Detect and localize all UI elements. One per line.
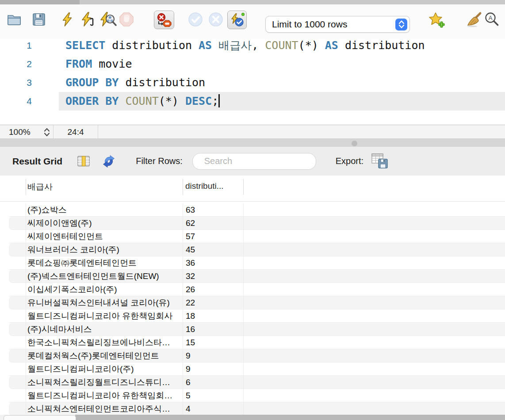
sql-editor-toolbar: Limit to 1000 rows: [0, 4, 505, 39]
code-line[interactable]: 1SELECT distribution AS 배급사, COUNT(*) AS…: [0, 39, 505, 55]
cell-count: 15: [186, 336, 195, 349]
table-row[interactable]: 씨제이이앤엠(주)62: [9, 217, 505, 230]
new-snippet-icon[interactable]: [428, 11, 446, 28]
svg-text:A: A: [489, 15, 493, 21]
grid-columns-icon[interactable]: [77, 155, 90, 167]
column-divider: [26, 217, 26, 230]
cell-distributor: 롯데컬처웍스(주)롯데엔터테인먼트: [27, 349, 181, 362]
column-header-distributor[interactable]: 배급사: [27, 181, 53, 193]
pane-splitter[interactable]: [0, 138, 505, 147]
filter-search-box[interactable]: [192, 153, 316, 170]
code-line[interactable]: 2FROM movie: [0, 55, 505, 73]
dropdown-stepper-icon: [395, 19, 407, 31]
cell-count: 9: [186, 349, 191, 362]
column-header-count[interactable]: distributi...: [185, 181, 224, 191]
cell-distributor: 한국소니픽쳐스릴리징브에나비스타…: [27, 336, 181, 349]
code-line[interactable]: 3GROUP BY distribution: [0, 73, 505, 92]
open-script-icon[interactable]: [6, 11, 22, 27]
table-row[interactable]: 월트디즈니컴퍼니코리아(주)9: [9, 363, 505, 376]
column-divider: [183, 203, 183, 217]
column-divider: [183, 296, 183, 309]
result-grid-title: Result Grid: [12, 156, 62, 167]
table-row[interactable]: 월트디즈니컴퍼니코리아 유한책임회…5: [9, 389, 505, 402]
column-divider: [26, 336, 26, 349]
cell-count: 4: [186, 402, 191, 415]
table-row[interactable]: 롯데컬처웍스(주)롯데엔터테인먼트9: [9, 349, 505, 363]
export-icon[interactable]: [371, 153, 389, 169]
refresh-icon[interactable]: [102, 155, 115, 168]
splitter-handle-icon[interactable]: [352, 141, 357, 146]
execute-current-icon[interactable]: [80, 11, 96, 27]
column-divider: [183, 283, 183, 296]
column-divider: [243, 270, 244, 283]
code-text: ORDER BY COUNT(*) DESC;: [65, 95, 220, 107]
cell-distributor: 이십세기폭스코리아(주): [27, 283, 181, 296]
line-number: 1: [0, 39, 32, 55]
column-divider: [243, 217, 244, 230]
cell-count: 62: [186, 217, 195, 229]
cell-distributor: 월트디즈니컴퍼니코리아 유한책임회사: [27, 309, 181, 322]
table-row[interactable]: 이십세기폭스코리아(주)26: [9, 283, 505, 296]
column-divider: [26, 402, 26, 415]
cursor-position: 24:4: [54, 127, 98, 137]
line-number: 3: [0, 73, 32, 92]
table-row[interactable]: (주)넥스트엔터테인먼트월드(NEW)32: [9, 270, 505, 283]
column-divider: [26, 363, 26, 376]
export-label: Export:: [336, 156, 363, 166]
table-row[interactable]: 유니버설픽쳐스인터내셔널 코리아(유)22: [9, 296, 505, 309]
column-divider: [243, 256, 244, 270]
column-divider: [26, 376, 26, 389]
beautify-icon[interactable]: [465, 11, 483, 28]
cell-distributor: 월트디즈니컴퍼니코리아 유한책임회…: [27, 389, 181, 402]
cell-distributor: (주)쇼박스: [27, 203, 181, 216]
find-icon[interactable]: A: [484, 11, 501, 28]
column-divider: [183, 376, 183, 389]
commit-icon: [187, 11, 203, 27]
table-row[interactable]: 롯데쇼핑㈜롯데엔터테인먼트36: [9, 256, 505, 270]
cell-count: 22: [186, 296, 195, 309]
column-divider: [183, 389, 183, 402]
column-divider: [26, 203, 26, 217]
column-divider: [26, 230, 26, 243]
table-row[interactable]: 워너브러더스 코리아(주)45: [9, 243, 505, 256]
cell-count: 57: [186, 230, 195, 243]
code-text: SELECT distribution AS 배급사, COUNT(*) AS …: [65, 39, 425, 52]
column-divider: [26, 349, 26, 363]
header-divider[interactable]: [183, 179, 183, 195]
save-script-icon[interactable]: [31, 11, 47, 27]
column-divider: [26, 323, 26, 336]
column-divider: [183, 256, 183, 270]
autocommit-icon[interactable]: [227, 11, 247, 29]
text-caret: [218, 94, 220, 107]
cell-distributor: (주)시네마서비스: [27, 323, 181, 336]
table-row[interactable]: (주)시네마서비스16: [9, 323, 505, 336]
header-divider[interactable]: [243, 179, 244, 195]
cell-distributor: 롯데쇼핑㈜롯데엔터테인먼트: [27, 256, 181, 269]
column-divider: [183, 323, 183, 336]
stop-on-error-icon[interactable]: [154, 11, 174, 29]
column-divider: [183, 217, 183, 230]
table-row[interactable]: 씨제이엔터테인먼트57: [9, 230, 505, 243]
table-row[interactable]: 소니픽쳐스엔터테인먼트코리아주식…4: [9, 402, 505, 415]
result-tab[interactable]: Result Grid: [4, 415, 76, 420]
cell-distributor: 씨제이엔터테인먼트: [27, 230, 181, 243]
search-input[interactable]: [203, 156, 322, 167]
execute-icon[interactable]: [60, 11, 74, 27]
column-divider: [26, 309, 26, 323]
zoom-stepper-icon[interactable]: [43, 127, 51, 137]
table-row[interactable]: 월트디즈니컴퍼니코리아 유한책임회사18: [9, 309, 505, 323]
code-line[interactable]: 4ORDER BY COUNT(*) DESC;: [0, 92, 505, 111]
table-row[interactable]: (주)쇼박스63: [9, 203, 505, 217]
table-row[interactable]: 한국소니픽쳐스릴리징브에나비스타…15: [9, 336, 505, 349]
column-divider: [26, 283, 26, 296]
column-divider: [243, 243, 244, 256]
limit-rows-dropdown[interactable]: Limit to 1000 rows: [265, 16, 410, 33]
table-row[interactable]: 소니픽쳐스릴리징월트디즈니스튜디…6: [9, 376, 505, 389]
cell-count: 63: [186, 203, 195, 216]
column-divider: [243, 376, 244, 389]
column-divider: [26, 270, 26, 283]
explain-icon[interactable]: [99, 11, 118, 28]
horizontal-scrollbar[interactable]: [75, 415, 505, 420]
sql-editor[interactable]: 1SELECT distribution AS 배급사, COUNT(*) AS…: [0, 39, 505, 125]
stop-icon: [119, 11, 134, 27]
